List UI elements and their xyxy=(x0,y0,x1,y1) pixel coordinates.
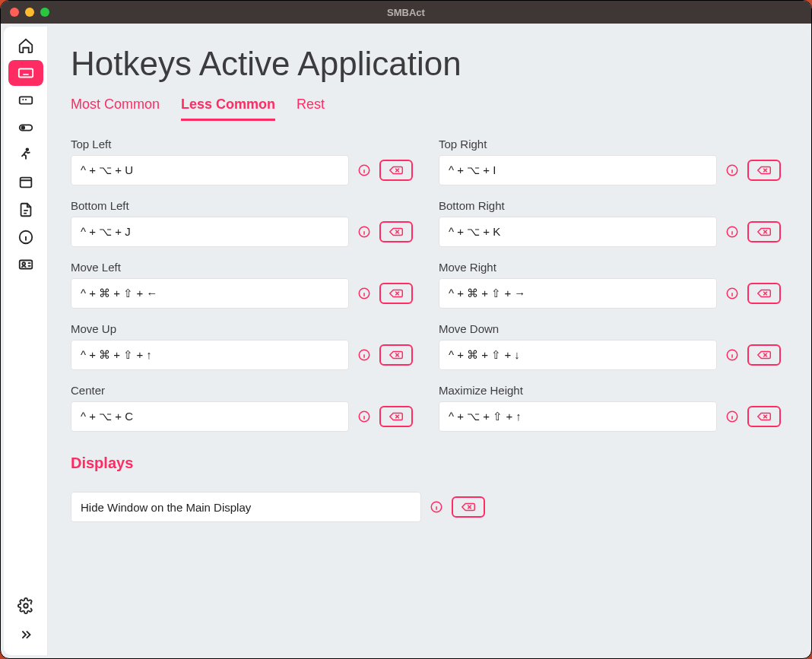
field-label: Move Right xyxy=(439,261,781,274)
info-circle-icon xyxy=(357,287,371,300)
field-move-left: Move Left ^ + ⌘ + ⇧ + ← xyxy=(71,261,413,309)
hotkey-input-hide-window[interactable]: Hide Window on the Main Display xyxy=(71,492,421,522)
info-circle-icon xyxy=(357,410,371,423)
backspace-icon xyxy=(389,288,403,299)
svg-rect-0 xyxy=(18,69,32,78)
hotkey-input-move-down[interactable]: ^ + ⌘ + ⇧ + ↓ xyxy=(439,340,717,370)
field-label: Center xyxy=(71,384,413,397)
field-label: Bottom Left xyxy=(71,199,413,212)
window-icon xyxy=(17,174,34,191)
field-label: Top Right xyxy=(439,138,781,150)
sidebar-item-running[interactable] xyxy=(8,142,43,168)
hotkey-input-bottom-left[interactable]: ^ + ⌥ + J xyxy=(71,217,349,247)
id-card-icon xyxy=(17,256,34,273)
tab-rest[interactable]: Rest xyxy=(297,97,325,121)
backspace-icon xyxy=(757,288,771,299)
clear-button[interactable] xyxy=(379,221,413,242)
info-button[interactable] xyxy=(725,286,740,301)
info-circle-icon xyxy=(725,348,739,362)
sidebar xyxy=(4,27,48,655)
sidebar-item-id-card[interactable] xyxy=(8,252,43,277)
gear-icon xyxy=(17,597,34,614)
clear-button[interactable] xyxy=(452,496,485,518)
clear-button[interactable] xyxy=(379,344,413,366)
sidebar-item-window[interactable] xyxy=(8,170,43,195)
field-maximize-height: Maximize Height ^ + ⌥ + ⇧ + ↑ xyxy=(439,384,781,432)
field-center: Center ^ + ⌥ + C xyxy=(71,384,413,432)
field-bottom-left: Bottom Left ^ + ⌥ + J xyxy=(71,199,413,247)
sidebar-item-toggle[interactable] xyxy=(8,115,43,141)
field-top-right: Top Right ^ + ⌥ + I xyxy=(439,138,781,185)
hotkey-input-bottom-right[interactable]: ^ + ⌥ + K xyxy=(439,217,717,247)
clear-button[interactable] xyxy=(747,406,781,427)
window-title: SMBAct xyxy=(1,7,811,18)
field-label: Move Down xyxy=(439,322,781,335)
clear-button[interactable] xyxy=(379,283,413,304)
tabs: Most Common Less Common Rest xyxy=(71,97,781,121)
field-label: Maximize Height xyxy=(439,384,781,397)
field-label: Move Left xyxy=(71,261,413,274)
info-button[interactable] xyxy=(357,224,372,239)
hotkey-input-move-up[interactable]: ^ + ⌘ + ⇧ + ↑ xyxy=(71,340,349,370)
hotkey-input-center[interactable]: ^ + ⌥ + C xyxy=(71,401,349,432)
info-button[interactable] xyxy=(725,409,740,424)
clear-button[interactable] xyxy=(747,221,781,242)
sidebar-item-rename[interactable] xyxy=(8,87,43,113)
backspace-icon xyxy=(757,411,771,422)
hotkey-input-top-right[interactable]: ^ + ⌥ + I xyxy=(439,155,717,185)
backspace-icon xyxy=(389,411,403,422)
info-button[interactable] xyxy=(725,163,740,178)
info-circle-icon xyxy=(357,163,371,177)
svg-point-4 xyxy=(26,148,28,150)
hotkey-input-move-left[interactable]: ^ + ⌘ + ⇧ + ← xyxy=(71,278,349,309)
file-icon xyxy=(17,201,34,218)
backspace-icon xyxy=(757,350,771,360)
sidebar-item-file[interactable] xyxy=(8,197,43,223)
hotkey-grid: Top Left ^ + ⌥ + U Top Right xyxy=(71,138,781,432)
traffic-lights xyxy=(10,8,49,17)
sidebar-item-home[interactable] xyxy=(8,33,43,59)
info-button[interactable] xyxy=(357,286,372,301)
sidebar-collapse[interactable] xyxy=(8,622,43,648)
info-button[interactable] xyxy=(357,347,372,363)
toggle-icon xyxy=(17,119,34,136)
info-circle-icon xyxy=(725,225,739,239)
tab-less-common[interactable]: Less Common xyxy=(181,97,275,121)
tab-most-common[interactable]: Most Common xyxy=(71,97,160,121)
clear-button[interactable] xyxy=(747,344,781,366)
info-button[interactable] xyxy=(429,499,444,515)
svg-rect-7 xyxy=(19,261,32,269)
field-move-down: Move Down ^ + ⌘ + ⇧ + ↓ xyxy=(439,322,781,370)
backspace-icon xyxy=(389,350,403,360)
sidebar-settings[interactable] xyxy=(8,593,43,619)
clear-button[interactable] xyxy=(747,283,781,304)
svg-point-8 xyxy=(22,262,25,265)
field-move-up: Move Up ^ + ⌘ + ⇧ + ↑ xyxy=(71,322,413,370)
info-button[interactable] xyxy=(725,224,740,239)
clear-button[interactable] xyxy=(379,406,413,427)
field-bottom-right: Bottom Right ^ + ⌥ + K xyxy=(439,199,781,247)
sidebar-item-info[interactable] xyxy=(8,224,43,250)
chevrons-right-icon xyxy=(17,626,34,643)
app-body: Hotkeys Active Application Most Common L… xyxy=(4,27,808,655)
hotkey-input-move-right[interactable]: ^ + ⌘ + ⇧ + → xyxy=(439,278,717,309)
close-window-button[interactable] xyxy=(10,8,19,17)
hotkey-input-top-left[interactable]: ^ + ⌥ + U xyxy=(71,155,349,185)
info-icon xyxy=(17,229,34,246)
svg-point-3 xyxy=(21,126,24,129)
hotkey-input-maximize-height[interactable]: ^ + ⌥ + ⇧ + ↑ xyxy=(439,401,717,432)
clear-button[interactable] xyxy=(379,160,413,181)
minimize-window-button[interactable] xyxy=(25,8,34,17)
app-window: SMBAct xyxy=(0,0,812,659)
sidebar-item-keyboard[interactable] xyxy=(8,60,43,86)
clear-button[interactable] xyxy=(747,160,781,181)
backspace-icon xyxy=(757,165,771,176)
zoom-window-button[interactable] xyxy=(40,8,49,17)
running-icon xyxy=(17,147,34,163)
info-button[interactable] xyxy=(357,163,372,178)
info-button[interactable] xyxy=(725,347,740,363)
info-button[interactable] xyxy=(357,409,372,424)
field-label: Bottom Right xyxy=(439,199,781,212)
field-hide-window: Hide Window on the Main Display xyxy=(71,492,485,522)
backspace-icon xyxy=(757,227,771,237)
